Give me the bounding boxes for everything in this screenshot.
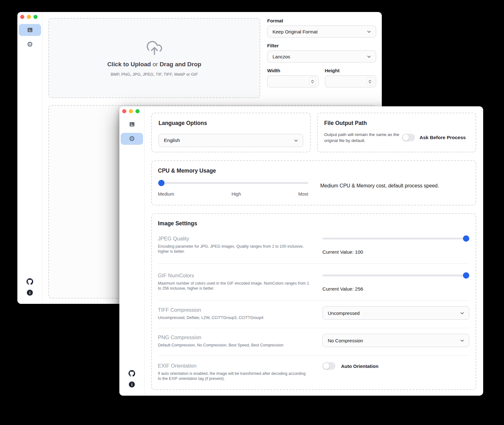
- settings-window: ⚙ i Language Options English: [119, 106, 483, 396]
- format-label: Format: [267, 18, 376, 23]
- width-stepper[interactable]: [309, 77, 316, 86]
- setting-title: PNG Compression: [158, 334, 309, 341]
- sidebar-item-settings[interactable]: ⚙: [121, 133, 143, 145]
- setting-title: EXIF Orientation: [158, 362, 309, 369]
- sidebar-item-images[interactable]: [121, 118, 143, 130]
- setting-row-exif-orientation: EXIF Orientation If auto orientation is …: [158, 356, 469, 389]
- setting-row-jpeg-quality: JPEG Quality Encoding parameter for JPG,…: [158, 227, 469, 264]
- format-select[interactable]: Keep Original Format: [267, 26, 376, 38]
- convert-options-panel: Format Keep Original Format Filter Lancz…: [267, 18, 376, 87]
- github-icon[interactable]: [129, 370, 135, 377]
- language-select-value: English: [164, 138, 180, 143]
- minimize-button[interactable]: [27, 15, 31, 19]
- height-stepper[interactable]: [367, 77, 373, 86]
- ask-before-process-label: Ask Before Process: [420, 135, 466, 140]
- jpeg-quality-slider[interactable]: [322, 235, 469, 242]
- language-options-title: Language Options: [159, 120, 303, 127]
- gear-icon: ⚙: [129, 135, 135, 142]
- cpu-memory-section: CPU & Memory Usage Medium High Most Medi…: [151, 160, 476, 205]
- cpu-tick-high: High: [231, 192, 241, 197]
- image-icon: [27, 27, 33, 33]
- info-icon[interactable]: i: [27, 290, 33, 296]
- jpeg-quality-current-value: Current Value: 100: [322, 249, 469, 255]
- filter-select-value: Lanczos: [273, 54, 290, 59]
- width-input[interactable]: [267, 75, 319, 87]
- cpu-status-text: Medium CPU & Memory cost, default proces…: [320, 180, 439, 197]
- language-options-section: Language Options English: [151, 113, 311, 152]
- sidebar-item-images[interactable]: [19, 24, 41, 36]
- chevron-down-icon: [367, 54, 371, 59]
- close-button[interactable]: [122, 109, 126, 113]
- language-select[interactable]: English: [159, 134, 303, 147]
- png-compression-value: No Compression: [328, 338, 363, 343]
- sidebar-item-settings[interactable]: ⚙: [19, 38, 41, 50]
- info-icon[interactable]: i: [129, 381, 135, 387]
- height-label: Height: [325, 68, 376, 73]
- gear-icon: ⚙: [27, 41, 33, 48]
- window-controls: [20, 15, 38, 19]
- format-select-value: Keep Original Format: [273, 29, 318, 34]
- chevron-down-icon: [294, 138, 298, 143]
- minimize-button[interactable]: [129, 109, 133, 113]
- chevron-down-icon: [367, 29, 371, 34]
- filter-label: Filter: [267, 43, 376, 48]
- image-icon: [129, 121, 135, 127]
- cpu-tick-medium: Medium: [158, 192, 174, 197]
- image-settings-section: Image Settings JPEG Quality Encoding par…: [151, 213, 476, 390]
- upload-title: Click to Upload or Drag and Drop: [107, 61, 201, 68]
- chevron-down-icon: [460, 311, 465, 316]
- zoom-button[interactable]: [135, 109, 140, 113]
- gif-numcolors-slider[interactable]: [322, 272, 469, 279]
- window-controls: [122, 109, 140, 113]
- slider-thumb[interactable]: [463, 272, 469, 279]
- setting-row-tiff-compression: TIFF Compression Uncompressed, Deflate, …: [158, 301, 469, 328]
- setting-description: Uncompressed, Deflate, LZW, CCITTGroup3,…: [158, 315, 309, 320]
- upload-dropzone[interactable]: Click to Upload or Drag and Drop BMP, PN…: [48, 18, 260, 98]
- png-compression-select[interactable]: No Compression: [322, 334, 469, 347]
- setting-row-gif-numcolors: GIF NumColors Maximum number of colors u…: [158, 264, 469, 301]
- tiff-compression-value: Uncompressed: [328, 310, 360, 316]
- auto-orientation-toggle[interactable]: [322, 362, 335, 370]
- setting-description: If auto orientation is enabled, the imag…: [158, 371, 309, 381]
- setting-description: Encoding parameter for JPG, JPEG images.…: [158, 244, 309, 254]
- auto-orientation-label: Auto Orientation: [341, 363, 378, 369]
- ask-before-process-toggle[interactable]: [402, 134, 415, 141]
- image-settings-title: Image Settings: [158, 220, 469, 227]
- filter-select[interactable]: Lanczos: [267, 50, 376, 62]
- sidebar: ⚙ i: [17, 12, 43, 304]
- setting-title: TIFF Compression: [158, 306, 309, 313]
- cloud-upload-icon: [146, 39, 163, 56]
- slider-thumb[interactable]: [158, 180, 165, 186]
- width-label: Width: [267, 68, 319, 73]
- cpu-tick-most: Most: [298, 192, 308, 197]
- upload-supported-formats: BMP, PNG, JPG, JPEG, TIF, TIFF, WebP or …: [111, 72, 198, 77]
- setting-description: Maximum number of colors used in the GIF…: [158, 281, 309, 291]
- file-output-path-section: File Output Path Output path will remain…: [317, 113, 477, 152]
- close-button[interactable]: [20, 15, 24, 19]
- setting-row-png-compression: PNG Compression Default Compression, No …: [158, 328, 469, 356]
- setting-description: Default Compression, No Compression, Bes…: [158, 343, 309, 348]
- chevron-down-icon: [460, 338, 465, 343]
- height-input[interactable]: [325, 75, 376, 87]
- slider-thumb[interactable]: [463, 235, 469, 242]
- setting-title: JPEG Quality: [158, 235, 309, 242]
- gif-numcolors-current-value: Current Value: 256: [322, 286, 469, 292]
- sidebar: ⚙ i: [119, 106, 145, 396]
- github-icon[interactable]: [27, 278, 33, 285]
- cpu-memory-title: CPU & Memory Usage: [158, 168, 469, 174]
- tiff-compression-select[interactable]: Uncompressed: [322, 306, 469, 320]
- output-path-description: Output path will remain the same as the …: [324, 132, 400, 144]
- file-output-path-title: File Output Path: [324, 120, 469, 127]
- cpu-memory-slider[interactable]: [158, 180, 308, 186]
- zoom-button[interactable]: [33, 15, 38, 19]
- setting-title: GIF NumColors: [158, 272, 309, 279]
